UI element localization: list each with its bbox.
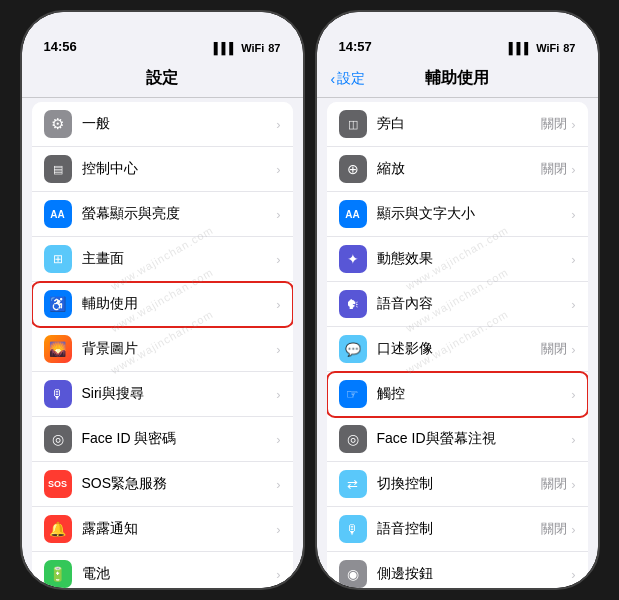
notifications-icon: 🔔	[44, 515, 72, 543]
wallpaper-label: 背景圖片	[82, 340, 277, 358]
faceid-label: Face ID 與密碼	[82, 430, 277, 448]
spoken-content-icon: 🗣	[339, 290, 367, 318]
audio-desc-icon: 💬	[339, 335, 367, 363]
status-bar-left: 14:56 ▌▌▌ WiFi 87	[22, 12, 303, 60]
right-screen: 14:57 ▌▌▌ WiFi 87 ‹ 設定 輔助使用 ◫ 旁白 關閉 ›	[317, 12, 598, 588]
voiceover-label: 旁白	[377, 115, 542, 133]
touch-icon: ☞	[339, 380, 367, 408]
nav-title-left: 設定	[146, 68, 178, 89]
sos-label: SOS緊急服務	[82, 475, 277, 493]
row-battery[interactable]: 🔋 電池 ›	[32, 552, 293, 588]
row-audio-desc[interactable]: 💬 口述影像 關閉 ›	[327, 327, 588, 372]
back-button[interactable]: ‹ 設定	[331, 70, 366, 88]
row-accessibility[interactable]: ♿ 輔助使用 ›	[32, 282, 293, 327]
faceid-gaze-icon: ◎	[339, 425, 367, 453]
status-icons-left: ▌▌▌ WiFi 87	[214, 42, 281, 54]
row-switch-control[interactable]: ⇄ 切換控制 關閉 ›	[327, 462, 588, 507]
voice-control-icon: 🎙	[339, 515, 367, 543]
right-phone: 14:57 ▌▌▌ WiFi 87 ‹ 設定 輔助使用 ◫ 旁白 關閉 ›	[315, 10, 600, 590]
battery-left: 87	[268, 42, 280, 54]
faceid-gaze-label: Face ID與螢幕注視	[377, 430, 572, 448]
battery-label: 電池	[82, 565, 277, 583]
general-label: 一般	[82, 115, 277, 133]
settings-list-left[interactable]: ⚙ 一般 › ▤ 控制中心 › AA 螢幕顯示與亮度 › ⊞ 主畫面 ›	[22, 98, 303, 588]
general-icon: ⚙	[44, 110, 72, 138]
zoom-label: 縮放	[377, 160, 542, 178]
side-button-icon: ◉	[339, 560, 367, 588]
row-sos[interactable]: SOS SOS緊急服務 ›	[32, 462, 293, 507]
voice-control-label: 語音控制	[377, 520, 542, 538]
row-display-text[interactable]: AA 顯示與文字大小 ›	[327, 192, 588, 237]
motion-icon: ✦	[339, 245, 367, 273]
row-wallpaper[interactable]: 🌄 背景圖片 ›	[32, 327, 293, 372]
motion-label: 動態效果	[377, 250, 572, 268]
audio-desc-label: 口述影像	[377, 340, 542, 358]
display-text-icon: AA	[339, 200, 367, 228]
display-icon: AA	[44, 200, 72, 228]
left-screen: 14:56 ▌▌▌ WiFi 87 設定 ⚙ 一般 › ▤ 控制中心	[22, 12, 303, 588]
left-phone: 14:56 ▌▌▌ WiFi 87 設定 ⚙ 一般 › ▤ 控制中心	[20, 10, 305, 590]
time-right: 14:57	[339, 39, 372, 54]
row-faceid-gaze[interactable]: ◎ Face ID與螢幕注視 ›	[327, 417, 588, 462]
control-center-label: 控制中心	[82, 160, 277, 178]
status-icons-right: ▌▌▌ WiFi 87	[509, 42, 576, 54]
side-button-label: 側邊按鈕	[377, 565, 572, 583]
row-voice-control[interactable]: 🎙 語音控制 關閉 ›	[327, 507, 588, 552]
display-label: 螢幕顯示與亮度	[82, 205, 277, 223]
zoom-icon: ⊕	[339, 155, 367, 183]
accessibility-label: 輔助使用	[82, 295, 277, 313]
switch-control-label: 切換控制	[377, 475, 542, 493]
row-display[interactable]: AA 螢幕顯示與亮度 ›	[32, 192, 293, 237]
row-touch[interactable]: ☞ 觸控 ›	[327, 372, 588, 417]
spoken-content-label: 語音內容	[377, 295, 572, 313]
battery-icon: 🔋	[44, 560, 72, 588]
signal-icon: ▌▌▌	[214, 42, 237, 54]
wifi-icon: WiFi	[241, 42, 264, 54]
row-homescreen[interactable]: ⊞ 主畫面 ›	[32, 237, 293, 282]
row-siri[interactable]: 🎙 Siri與搜尋 ›	[32, 372, 293, 417]
nav-bar-right: ‹ 設定 輔助使用	[317, 60, 598, 98]
row-control-center[interactable]: ▤ 控制中心 ›	[32, 147, 293, 192]
row-motion[interactable]: ✦ 動態效果 ›	[327, 237, 588, 282]
row-side-button[interactable]: ◉ 側邊按鈕 ›	[327, 552, 588, 588]
touch-label: 觸控	[377, 385, 572, 403]
signal-icon-right: ▌▌▌	[509, 42, 532, 54]
homescreen-icon: ⊞	[44, 245, 72, 273]
nav-title-right: 輔助使用	[425, 68, 489, 89]
row-spoken-content[interactable]: 🗣 語音內容 ›	[327, 282, 588, 327]
switch-control-icon: ⇄	[339, 470, 367, 498]
wallpaper-icon: 🌄	[44, 335, 72, 363]
siri-icon: 🎙	[44, 380, 72, 408]
settings-list-right[interactable]: ◫ 旁白 關閉 › ⊕ 縮放 關閉 › AA 顯示與文字大小 › ✦	[317, 98, 598, 588]
sos-icon: SOS	[44, 470, 72, 498]
back-label: 設定	[337, 70, 365, 88]
siri-label: Siri與搜尋	[82, 385, 277, 403]
row-voiceover[interactable]: ◫ 旁白 關閉 ›	[327, 102, 588, 147]
row-zoom[interactable]: ⊕ 縮放 關閉 ›	[327, 147, 588, 192]
back-chevron: ‹	[331, 71, 336, 87]
faceid-icon: ◎	[44, 425, 72, 453]
voiceover-icon: ◫	[339, 110, 367, 138]
time-left: 14:56	[44, 39, 77, 54]
accessibility-icon: ♿	[44, 290, 72, 318]
settings-group-right-1: ◫ 旁白 關閉 › ⊕ 縮放 關閉 › AA 顯示與文字大小 › ✦	[327, 102, 588, 588]
homescreen-label: 主畫面	[82, 250, 277, 268]
battery-right: 87	[563, 42, 575, 54]
nav-bar-left: 設定	[22, 60, 303, 98]
row-faceid[interactable]: ◎ Face ID 與密碼 ›	[32, 417, 293, 462]
notifications-label: 露露通知	[82, 520, 277, 538]
settings-group-1: ⚙ 一般 › ▤ 控制中心 › AA 螢幕顯示與亮度 › ⊞ 主畫面 ›	[32, 102, 293, 588]
status-bar-right: 14:57 ▌▌▌ WiFi 87	[317, 12, 598, 60]
control-center-icon: ▤	[44, 155, 72, 183]
row-notifications[interactable]: 🔔 露露通知 ›	[32, 507, 293, 552]
row-general[interactable]: ⚙ 一般 ›	[32, 102, 293, 147]
display-text-label: 顯示與文字大小	[377, 205, 572, 223]
wifi-icon-right: WiFi	[536, 42, 559, 54]
